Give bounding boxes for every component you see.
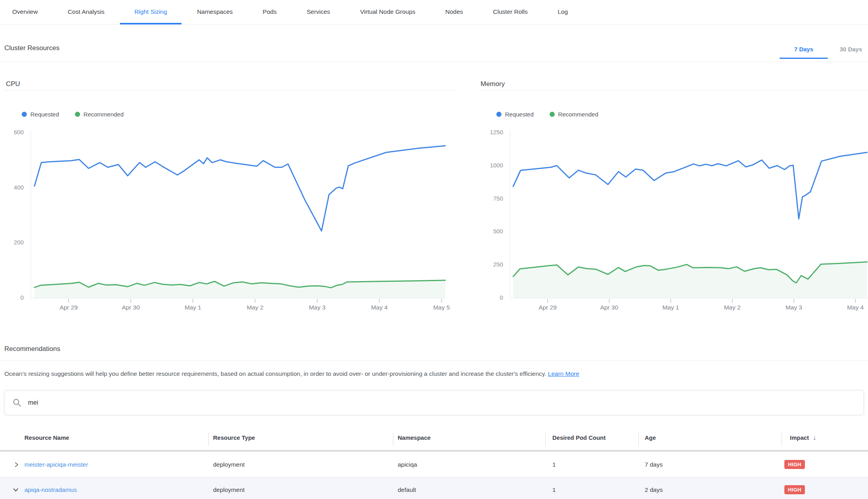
impact-cell: HIGH: [784, 452, 805, 477]
learn-more-link[interactable]: Learn More: [548, 370, 579, 377]
svg-text:500: 500: [493, 228, 503, 234]
column-separator: [393, 433, 393, 446]
time-range-toggle: 7 Days 30 Days: [780, 45, 862, 59]
tab-nodes[interactable]: Nodes: [445, 0, 463, 24]
pod-count-cell: 1: [552, 452, 556, 477]
svg-text:0: 0: [21, 294, 24, 301]
col-desired-pod-count[interactable]: Desired Pod Count: [552, 434, 606, 441]
svg-text:250: 250: [493, 261, 503, 268]
range-7-days[interactable]: 7 Days: [780, 45, 828, 59]
age-cell: 7 days: [645, 452, 663, 477]
search-icon: [12, 398, 22, 407]
requested-dot-icon: [22, 112, 27, 117]
impact-badge-high: HIGH: [784, 460, 805, 469]
resource-type-cell: deployment: [213, 477, 245, 499]
table-row[interactable]: meister-apiciqa-meister deployment apici…: [0, 452, 868, 477]
section-divider: [0, 62, 868, 62]
svg-text:0: 0: [500, 294, 503, 301]
description-text: Ocean's resizing suggestions will help y…: [4, 370, 546, 377]
age-cell: 2 days: [645, 477, 663, 499]
col-age[interactable]: Age: [645, 434, 656, 441]
tab-bar: Overview Cost Analysis Right Sizing Name…: [0, 0, 868, 24]
memory-legend-requested: Requested: [496, 111, 534, 118]
cpu-legend-recommended: Recommended: [75, 111, 124, 118]
svg-text:May 4: May 4: [847, 304, 864, 311]
svg-text:May 2: May 2: [724, 304, 741, 311]
tab-right-sizing[interactable]: Right Sizing: [135, 0, 167, 24]
requested-dot-icon: [496, 112, 501, 117]
right-sizing-page: Overview Cost Analysis Right Sizing Name…: [0, 0, 868, 499]
column-separator: [782, 433, 782, 446]
legend-label: Recommended: [84, 111, 124, 118]
sort-desc-icon[interactable]: ↓: [813, 434, 816, 441]
impact-cell: HIGH: [784, 477, 805, 499]
legend-label: Requested: [505, 111, 534, 118]
svg-text:200: 200: [14, 239, 24, 246]
pod-count-cell: 1: [552, 477, 556, 499]
svg-text:1000: 1000: [490, 162, 503, 169]
col-resource-type[interactable]: Resource Type: [213, 434, 255, 441]
namespace-cell: default: [398, 477, 416, 499]
resource-type-cell: deployment: [213, 452, 245, 477]
tab-cost-analysis[interactable]: Cost Analysis: [68, 0, 105, 24]
memory-legend: Requested Recommended: [496, 111, 598, 118]
cpu-title-divider: [4, 90, 458, 90]
svg-text:May 1: May 1: [662, 304, 679, 311]
search-input[interactable]: [27, 399, 502, 407]
svg-text:May 5: May 5: [433, 304, 450, 311]
svg-text:May 2: May 2: [247, 304, 263, 311]
memory-chart: 025050075010001250Apr 29Apr 30May 1May 2…: [481, 126, 868, 317]
recommendations-description: Ocean's resizing suggestions will help y…: [4, 370, 579, 377]
svg-text:May 4: May 4: [371, 304, 388, 311]
svg-text:400: 400: [14, 184, 24, 191]
cpu-legend: Requested Recommended: [22, 111, 123, 118]
range-30-days[interactable]: 30 Days: [840, 45, 862, 59]
search-box[interactable]: [4, 390, 864, 415]
memory-legend-recommended: Recommended: [550, 111, 599, 118]
svg-text:Apr 29: Apr 29: [539, 304, 557, 311]
tab-services[interactable]: Services: [307, 0, 330, 24]
col-resource-name[interactable]: Resource Name: [24, 434, 69, 441]
table-row[interactable]: apiqa-nostradamus deployment default 1 2…: [0, 477, 868, 499]
table-header-band: [0, 450, 868, 452]
memory-title-divider: [481, 90, 868, 90]
tab-pods[interactable]: Pods: [263, 0, 277, 24]
resource-name-link[interactable]: meister-apiciqa-meister: [24, 452, 88, 477]
svg-text:600: 600: [14, 129, 24, 135]
impact-label: Impact: [790, 434, 809, 441]
col-namespace[interactable]: Namespace: [398, 434, 430, 441]
legend-label: Recommended: [558, 111, 599, 118]
impact-badge-high: HIGH: [784, 485, 805, 494]
svg-text:750: 750: [493, 195, 503, 202]
recommended-dot-icon: [550, 112, 555, 117]
cpu-chart-title: CPU: [6, 80, 20, 88]
column-separator: [545, 433, 546, 446]
column-separator: [208, 433, 209, 446]
cpu-legend-requested: Requested: [22, 111, 59, 118]
chevron-down-icon[interactable]: [13, 477, 19, 499]
svg-text:Apr 30: Apr 30: [122, 304, 140, 311]
svg-text:May 3: May 3: [309, 304, 326, 311]
recommendations-title: Recommendations: [4, 345, 60, 353]
tab-namespaces[interactable]: Namespaces: [197, 0, 232, 24]
tab-virtual-node-groups[interactable]: Virtual Node Groups: [360, 0, 415, 24]
svg-text:May 3: May 3: [786, 304, 802, 311]
column-separator: [638, 433, 639, 446]
tab-log[interactable]: Log: [557, 0, 568, 24]
tab-overview[interactable]: Overview: [12, 0, 38, 24]
recommended-dot-icon: [75, 112, 80, 117]
cpu-chart: 0200400600Apr 29Apr 30May 1May 2May 3May…: [4, 126, 458, 317]
tab-cluster-rolls[interactable]: Cluster Rolls: [493, 0, 528, 24]
cluster-resources-title: Cluster Resources: [4, 44, 60, 52]
memory-chart-title: Memory: [481, 80, 505, 88]
resource-name-link[interactable]: apiqa-nostradamus: [24, 477, 77, 499]
legend-label: Requested: [30, 111, 59, 118]
recommendations-divider: [0, 360, 868, 361]
table-header: Resource Name Resource Type Namespace De…: [0, 430, 868, 450]
namespace-cell: apiciqa: [398, 452, 417, 477]
col-impact[interactable]: Impact↓: [790, 434, 816, 441]
svg-text:May 1: May 1: [185, 304, 201, 311]
chevron-right-icon[interactable]: [13, 452, 20, 477]
svg-text:1250: 1250: [490, 129, 503, 135]
svg-text:Apr 29: Apr 29: [60, 304, 78, 311]
